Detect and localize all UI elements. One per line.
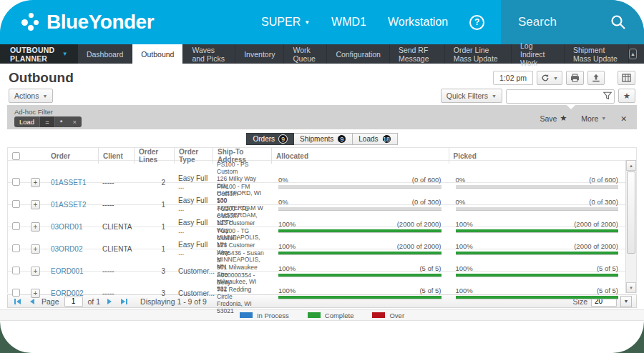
collapse-icon[interactable]: ▲: [629, 49, 637, 59]
page-input[interactable]: [64, 297, 83, 307]
client-cell: CLIENTA: [98, 245, 134, 253]
help-icon[interactable]: ?: [469, 15, 484, 30]
order-lines-cell: 3: [134, 289, 174, 297]
picked-fraction: (5 of 5): [597, 264, 618, 272]
prev-page-button[interactable]: [28, 299, 36, 304]
row-expand-button[interactable]: +: [31, 267, 40, 276]
order-link[interactable]: 03ORD02: [51, 245, 82, 253]
column-picked[interactable]: Picked: [449, 148, 626, 164]
planner-selector[interactable]: OUTBOUND PLANNER ▼: [0, 44, 78, 64]
menu-user-label: SUPER: [261, 16, 301, 29]
tab-send-rf-message[interactable]: Send RF Message: [390, 44, 445, 64]
column-order[interactable]: Order: [47, 148, 98, 164]
progress-track: [456, 296, 619, 299]
menu-workstation-label: Workstation: [388, 16, 448, 29]
tab-outbound[interactable]: Outbound: [132, 44, 183, 64]
tab-inventory[interactable]: Inventory: [235, 44, 284, 64]
tab-work-queue[interactable]: Work Queue: [284, 44, 327, 64]
order-lines-cell: 1: [134, 245, 174, 253]
tab-order-line-mass-update[interactable]: Order Line Mass Update: [445, 44, 512, 64]
filter-chip[interactable]: Load = * ×: [14, 116, 82, 127]
tab-dashboard[interactable]: Dashboard: [78, 44, 132, 64]
row-checkbox[interactable]: [12, 222, 20, 230]
address-line: 781 Redding Circle: [217, 286, 267, 300]
row-checkbox[interactable]: [12, 244, 20, 252]
subtab-loads[interactable]: Loads 18: [353, 133, 397, 145]
row-checkbox[interactable]: [12, 289, 20, 297]
favorite-filter-button[interactable]: ★: [618, 89, 635, 103]
column-order-lines[interactable]: Order Lines: [134, 148, 174, 164]
row-checkbox[interactable]: [12, 200, 20, 208]
row-checkbox[interactable]: [12, 267, 20, 274]
address-line: PS100 - PS Custom: [217, 161, 267, 175]
star-icon: ★: [623, 91, 630, 101]
progress-track: [456, 207, 619, 211]
export-button[interactable]: [587, 71, 605, 85]
order-link[interactable]: 03ORD01: [51, 223, 82, 231]
order-link[interactable]: 01ASSET2: [51, 201, 86, 209]
column-allocated[interactable]: Allocated: [271, 148, 449, 164]
grid-icon: [622, 74, 631, 82]
order-link[interactable]: 01ASSET1: [51, 179, 86, 187]
vertical-scrollbar[interactable]: ▲ ▼: [625, 160, 636, 293]
tab-configuration[interactable]: Configuration: [327, 44, 389, 64]
scrollbar-thumb[interactable]: [627, 171, 635, 254]
select-all-checkbox[interactable]: [12, 152, 20, 160]
print-button[interactable]: [566, 71, 584, 85]
row-expand-button[interactable]: +: [31, 222, 40, 232]
scroll-down-icon[interactable]: ▼: [626, 282, 636, 293]
progress-fill: [278, 252, 441, 254]
column-client[interactable]: Client: [98, 148, 134, 164]
order-link[interactable]: EORD002: [51, 289, 84, 297]
quick-filters-button[interactable]: Quick Filters ▼: [441, 89, 502, 103]
column-order-type[interactable]: Order Type: [174, 148, 213, 164]
funnel-icon[interactable]: [603, 91, 612, 100]
tab-waves-and-picks[interactable]: Waves and Picks: [183, 44, 235, 64]
actions-label: Actions: [14, 91, 39, 100]
save-filter-button[interactable]: Save ★: [540, 114, 567, 123]
row-checkbox[interactable]: [12, 178, 20, 186]
actions-button[interactable]: Actions ▼: [9, 89, 53, 103]
filter-input[interactable]: [506, 89, 615, 104]
menu-warehouse[interactable]: WMD1: [331, 16, 366, 29]
scroll-up-icon[interactable]: ▲: [626, 160, 636, 171]
filter-chip-value[interactable]: *: [55, 116, 68, 127]
chevron-down-icon: ▼: [492, 94, 497, 99]
search-input[interactable]: [518, 15, 604, 29]
row-expand-button[interactable]: +: [31, 289, 40, 298]
search-icon[interactable]: [610, 14, 627, 31]
table-body: + 01ASSET1 ----- 2 Easy Full ... PS100 -…: [8, 160, 625, 293]
picked-cell: 0% (0 of 600): [449, 176, 626, 189]
last-page-button[interactable]: [119, 299, 130, 304]
row-expand-button[interactable]: +: [31, 200, 40, 209]
title-row: Outbound 1:02 pm ▼: [0, 64, 644, 86]
filter-chip-operator[interactable]: =: [39, 116, 55, 127]
menu-user[interactable]: SUPER ▼: [261, 16, 310, 29]
first-page-button[interactable]: [12, 299, 23, 304]
top-header: BlueYonder SUPER ▼ WMD1 Workstation ?: [0, 0, 644, 44]
menu-warehouse-label: WMD1: [331, 16, 366, 29]
progress-fill: [456, 252, 619, 254]
chevron-down-icon: ▼: [304, 19, 310, 26]
row-expand-button[interactable]: +: [31, 244, 40, 254]
tab-shipment-mass-update[interactable]: Shipment Mass Update: [565, 44, 629, 64]
order-lines-cell: 2: [134, 179, 174, 187]
close-icon: ✕: [620, 114, 627, 123]
more-button[interactable]: More ▼: [581, 114, 606, 123]
top-menu: SUPER ▼ WMD1 Workstation ?: [261, 15, 484, 30]
allocated-cell: 0% (0 of 600): [271, 176, 449, 189]
order-link[interactable]: EORD001: [51, 267, 84, 275]
allocated-fraction: (2000 of 2000): [397, 242, 441, 250]
tab-log-indirect-work[interactable]: Log Indirect Work: [512, 44, 565, 64]
subtab-orders[interactable]: Orders 9: [246, 133, 294, 145]
column-settings-button[interactable]: [618, 71, 635, 85]
refresh-button[interactable]: ▼: [537, 71, 562, 85]
close-panel-button[interactable]: ✕: [620, 114, 627, 123]
subtab-shipments[interactable]: Shipments 9: [294, 133, 353, 145]
progress-fill: [278, 296, 441, 299]
next-page-button[interactable]: [105, 299, 114, 304]
menu-workstation[interactable]: Workstation: [388, 16, 448, 29]
row-expand-button[interactable]: +: [31, 178, 40, 187]
close-icon[interactable]: ×: [67, 116, 82, 127]
legend-label: Over: [389, 312, 404, 319]
